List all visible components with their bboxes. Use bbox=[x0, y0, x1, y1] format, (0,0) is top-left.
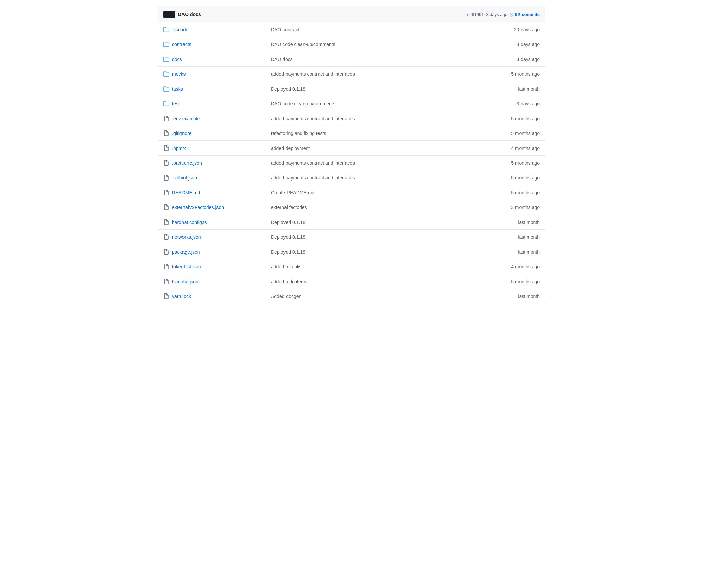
commit-time: last month bbox=[472, 86, 540, 92]
commit-time: 4 months ago bbox=[472, 264, 540, 269]
file-name[interactable]: tsconfig.json bbox=[172, 279, 198, 284]
commit-time: 5 months ago bbox=[472, 116, 540, 121]
commit-time: 3 months ago bbox=[472, 205, 540, 210]
commit-message: added payments contract and interfaces bbox=[271, 71, 472, 77]
table-row: tasks Deployed 0.1.18 last month bbox=[158, 81, 545, 96]
file-name[interactable]: mocks bbox=[172, 71, 186, 77]
file-name-cell: .solhint.json bbox=[163, 175, 271, 181]
folder-icon bbox=[163, 56, 169, 62]
file-icon bbox=[163, 190, 169, 196]
folder-icon bbox=[163, 71, 169, 77]
table-row: tokenList.json added tokenlist 4 months … bbox=[158, 259, 545, 274]
commit-time: 3 days ago bbox=[472, 42, 540, 47]
file-table: .vscode DAO contract 20 days ago contrac… bbox=[158, 22, 545, 304]
repo-header-left: DAO docs bbox=[163, 11, 201, 18]
commit-message: added todo items bbox=[271, 279, 472, 284]
file-name[interactable]: .solhint.json bbox=[172, 175, 197, 181]
commits-link[interactable]: 62 commits bbox=[515, 12, 540, 17]
commit-message: Added docgen bbox=[271, 294, 472, 299]
commit-message: DAO contract bbox=[271, 27, 472, 32]
commits-count: 62 bbox=[515, 12, 520, 17]
commit-time: 5 months ago bbox=[472, 131, 540, 136]
file-name[interactable]: docs bbox=[172, 57, 182, 62]
table-row: .npmrc added deployment 4 months ago bbox=[158, 141, 545, 156]
file-name[interactable]: networks.json bbox=[172, 234, 201, 240]
commit-message: Create README.md bbox=[271, 190, 472, 195]
file-name[interactable]: .vscode bbox=[172, 27, 188, 32]
commit-message: DAO docs bbox=[271, 57, 472, 62]
commit-time: last month bbox=[472, 249, 540, 255]
file-icon bbox=[163, 116, 169, 122]
commit-message: DAO code clean-up/comments bbox=[271, 101, 472, 106]
commit-message: added payments contract and interfaces bbox=[271, 160, 472, 166]
file-icon bbox=[163, 264, 169, 270]
folder-icon bbox=[163, 101, 169, 107]
file-name[interactable]: README.md bbox=[172, 190, 200, 195]
file-name-cell: README.md bbox=[163, 190, 271, 196]
file-name[interactable]: test bbox=[172, 101, 180, 106]
file-name[interactable]: .env.example bbox=[172, 116, 200, 121]
file-name-cell: tokenList.json bbox=[163, 264, 271, 270]
file-name[interactable]: .npmrc bbox=[172, 145, 187, 151]
table-row: docs DAO docs 3 days ago bbox=[158, 52, 545, 67]
commit-time: 5 months ago bbox=[472, 160, 540, 166]
commit-hash: c261991 bbox=[467, 12, 484, 17]
file-icon bbox=[163, 145, 169, 151]
file-name-cell: mocks bbox=[163, 71, 271, 77]
commit-message: Deployed 0.1.18 bbox=[271, 249, 472, 255]
file-name-cell: .npmrc bbox=[163, 145, 271, 151]
commit-time: 3 days ago bbox=[472, 57, 540, 62]
folder-icon bbox=[163, 41, 169, 47]
repo-title: DAO docs bbox=[178, 12, 201, 17]
table-row: test DAO code clean-up/comments 3 days a… bbox=[158, 96, 545, 111]
file-name-cell: hardhat.config.ts bbox=[163, 219, 271, 225]
commit-message: Deployed 0.1.18 bbox=[271, 86, 472, 92]
file-name[interactable]: yarn.lock bbox=[172, 294, 191, 299]
file-name[interactable]: package.json bbox=[172, 249, 200, 255]
table-row: tsconfig.json added todo items 5 months … bbox=[158, 274, 545, 289]
file-name[interactable]: .gitignore bbox=[172, 131, 192, 136]
file-name-cell: .gitignore bbox=[163, 130, 271, 136]
commits-label: commits bbox=[522, 12, 540, 17]
file-icon bbox=[163, 175, 169, 181]
table-row: networks.json Deployed 0.1.18 last month bbox=[158, 230, 545, 244]
file-icon bbox=[163, 249, 169, 255]
file-icon bbox=[163, 204, 169, 210]
commit-time: last month bbox=[472, 220, 540, 225]
table-row: package.json Deployed 0.1.18 last month bbox=[158, 244, 545, 259]
repo-header-right: c261991 3 days ago ⧖ 62 commits bbox=[467, 11, 540, 18]
table-row: hardhat.config.ts Deployed 0.1.18 last m… bbox=[158, 215, 545, 230]
file-name-cell: test bbox=[163, 101, 271, 107]
file-name[interactable]: tasks bbox=[172, 86, 183, 92]
file-icon bbox=[163, 293, 169, 299]
file-name[interactable]: contracts bbox=[172, 42, 191, 47]
commit-message: refactoring and fixing tests bbox=[271, 131, 472, 136]
repo-header: DAO docs c261991 3 days ago ⧖ 62 commits bbox=[158, 7, 545, 22]
commit-message: added deployment bbox=[271, 145, 472, 151]
commit-time: 3 days ago bbox=[472, 101, 540, 106]
commit-time: 4 months ago bbox=[472, 145, 540, 151]
file-icon bbox=[163, 130, 169, 136]
file-name-cell: package.json bbox=[163, 249, 271, 255]
commit-message: added payments contract and interfaces bbox=[271, 116, 472, 121]
commit-time: 5 months ago bbox=[472, 71, 540, 77]
file-name-cell: yarn.lock bbox=[163, 293, 271, 299]
file-icon bbox=[163, 160, 169, 166]
file-name-cell: networks.json bbox=[163, 234, 271, 240]
main-container: DAO docs c261991 3 days ago ⧖ 62 commits… bbox=[149, 0, 554, 311]
table-row: mocks added payments contract and interf… bbox=[158, 67, 545, 81]
file-name[interactable]: hardhat.config.ts bbox=[172, 220, 207, 225]
file-icon bbox=[163, 279, 169, 285]
file-name[interactable]: externalV2Factories.json bbox=[172, 205, 224, 210]
commit-time: 5 months ago bbox=[472, 190, 540, 195]
table-row: yarn.lock Added docgen last month bbox=[158, 289, 545, 304]
file-name[interactable]: tokenList.json bbox=[172, 264, 201, 269]
file-name-cell: .vscode bbox=[163, 27, 271, 33]
commit-message: added tokenlist bbox=[271, 264, 472, 269]
file-name-cell: contracts bbox=[163, 41, 271, 47]
commit-time: 5 months ago bbox=[472, 279, 540, 284]
table-row: .vscode DAO contract 20 days ago bbox=[158, 22, 545, 37]
commit-time: last month bbox=[472, 294, 540, 299]
file-name[interactable]: .prettierrc.json bbox=[172, 160, 202, 166]
user-avatar bbox=[163, 11, 175, 18]
